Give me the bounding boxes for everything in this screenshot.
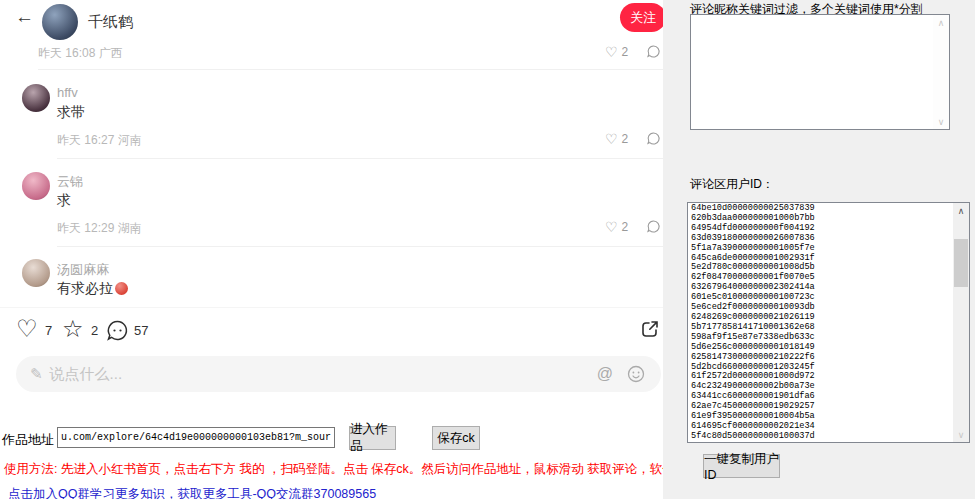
comment-meta: 昨天 12:29 湖南 <box>57 220 142 237</box>
post-url-input[interactable] <box>57 427 335 448</box>
collect-star-icon[interactable]: ☆ <box>62 317 84 341</box>
heart-icon[interactable]: ♡ <box>605 45 618 59</box>
user-ids-label: 评论区用户ID： <box>690 176 774 193</box>
post-like-count: 2 <box>622 45 629 59</box>
post-meta: 昨天 16:08 广西 <box>38 45 123 62</box>
usage-instructions: 使用方法: 先进入小红书首页，点击右下方 我的 ，扫码登陆。点击 保存ck。然后… <box>4 461 725 478</box>
comment-text: 有求必拉 <box>57 280 128 298</box>
scroll-up-icon[interactable]: ∧ <box>933 15 949 30</box>
author-avatar[interactable] <box>42 4 78 40</box>
divider <box>0 307 663 308</box>
scrollbar-thumb[interactable] <box>954 239 968 287</box>
emoji-smiley-icon[interactable] <box>627 365 645 383</box>
follow-button[interactable]: 关注 <box>620 3 666 32</box>
mention-at-icon[interactable]: @ <box>597 365 613 383</box>
scrollbar[interactable]: ∧ ∨ <box>933 15 949 129</box>
scroll-down-icon[interactable]: ∨ <box>953 427 969 442</box>
heart-icon[interactable]: ♡ <box>605 132 618 146</box>
comment-text: 求带 <box>57 104 85 122</box>
app-window: ← 千纸鹤 关注 昨天 16:08 广西 ♡ 2 hffv 求带 昨天 16:2… <box>0 0 975 499</box>
comment-like-group: ♡ 2 <box>605 219 661 234</box>
keyword-filter-textarea[interactable]: ∧ ∨ <box>690 14 950 130</box>
commenter-name[interactable]: 汤圆麻麻 <box>57 261 109 279</box>
comment-meta: 昨天 16:27 河南 <box>57 132 142 149</box>
divider <box>38 69 663 70</box>
user-ids-list: 64be10d00000000025037839 620b3daa0000000… <box>691 204 951 441</box>
comment-like-count: 2 <box>622 132 629 146</box>
divider <box>57 246 663 247</box>
back-icon[interactable]: ← <box>15 6 34 28</box>
scrollbar[interactable]: ∧ ∨ <box>953 203 969 442</box>
comment-input[interactable]: ✎ 说点什么... @ <box>16 356 661 392</box>
comment-text-content: 有求必拉 <box>57 280 113 296</box>
save-ck-button[interactable]: 保存ck <box>432 426 480 450</box>
commenter-avatar[interactable] <box>22 172 50 200</box>
qq-group-link[interactable]: 点击加入QQ群学习更多知识，获取更多工具-QQ交流群370089565 <box>8 486 376 499</box>
user-ids-textarea[interactable]: 64be10d00000000025037839 620b3daa0000000… <box>687 202 970 443</box>
collect-count: 2 <box>91 323 98 338</box>
reply-bubble-icon[interactable] <box>646 131 661 146</box>
author-name[interactable]: 千纸鹤 <box>88 13 133 32</box>
divider <box>57 158 663 159</box>
comment-input-placeholder: 说点什么... <box>50 365 123 384</box>
comment-count: 57 <box>134 323 148 338</box>
red-face-emoji-icon <box>115 282 128 295</box>
post-like-group: ♡ 2 <box>605 44 661 59</box>
pencil-icon: ✎ <box>30 365 43 383</box>
scroll-down-icon[interactable]: ∨ <box>933 114 949 129</box>
comment-like-group: ♡ 2 <box>605 131 661 146</box>
copy-user-ids-button[interactable]: 一键复制用户ID <box>703 454 780 478</box>
comment-viewer-panel: ← 千纸鹤 关注 昨天 16:08 广西 ♡ 2 hffv 求带 昨天 16:2… <box>0 0 663 499</box>
scroll-up-icon[interactable]: ∧ <box>953 203 969 218</box>
reply-bubble-icon[interactable] <box>646 44 661 59</box>
heart-icon[interactable]: ♡ <box>605 220 618 234</box>
commenter-name[interactable]: hffv <box>57 85 78 100</box>
like-count: 7 <box>45 323 52 338</box>
like-heart-icon[interactable]: ♡ <box>16 317 38 341</box>
reply-bubble-icon[interactable] <box>646 219 661 234</box>
comment-bubble-icon[interactable] <box>106 319 129 342</box>
share-icon[interactable] <box>639 318 661 340</box>
comment-text: 求 <box>57 192 71 210</box>
commenter-avatar[interactable] <box>22 84 50 112</box>
comment-like-count: 2 <box>622 220 629 234</box>
enter-post-button[interactable]: 进入作品 <box>349 426 396 450</box>
commenter-name[interactable]: 云锦 <box>57 173 83 191</box>
commenter-avatar[interactable] <box>22 259 50 287</box>
extractor-panel: 评论昵称关键词过滤，多个关键词使用*分割 ∧ ∨ 评论区用户ID： 64be10… <box>663 0 975 499</box>
